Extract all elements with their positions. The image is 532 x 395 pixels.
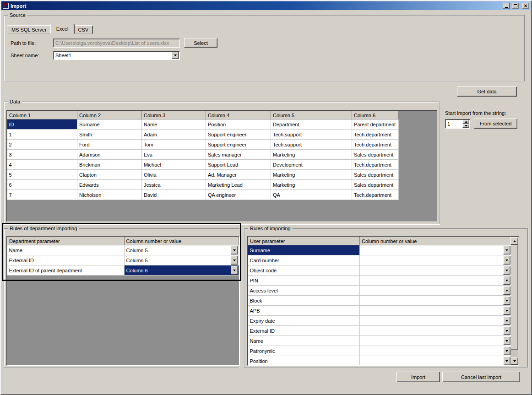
table-cell[interactable]: Development <box>271 160 352 170</box>
chevron-down-icon[interactable] <box>231 256 238 265</box>
spinner-down-button[interactable] <box>462 124 469 128</box>
table-cell[interactable]: Ad. Manager <box>206 170 271 180</box>
vertical-scrollbar[interactable] <box>510 237 518 365</box>
column-value-dropdown[interactable] <box>360 346 511 356</box>
table-cell[interactable]: Tech.support <box>271 140 352 150</box>
table-cell[interactable]: Tech.department <box>352 140 399 150</box>
table-cell[interactable]: Edwards <box>77 180 142 190</box>
chevron-down-icon[interactable] <box>503 256 510 265</box>
parameter-cell[interactable]: Access level <box>248 286 360 296</box>
table-cell[interactable]: Michael <box>142 160 206 170</box>
chevron-down-icon[interactable] <box>503 266 510 275</box>
parameter-cell[interactable]: Name <box>248 336 360 346</box>
scrollbar-thumb[interactable] <box>510 245 518 350</box>
column-value-dropdown[interactable] <box>360 276 511 285</box>
chevron-down-icon[interactable] <box>503 316 510 325</box>
table-cell[interactable]: Marketing <box>271 170 352 180</box>
column-value-dropdown[interactable]: Column 5 <box>125 245 239 255</box>
parameter-cell[interactable]: Surname <box>248 245 360 255</box>
chevron-down-icon[interactable] <box>503 286 510 295</box>
start-row-spinner[interactable] <box>445 119 470 129</box>
chevron-down-icon[interactable] <box>503 276 510 285</box>
chevron-down-icon[interactable] <box>503 296 510 305</box>
column-value-dropdown[interactable] <box>360 336 511 346</box>
table-cell[interactable]: Sales department <box>352 170 399 180</box>
column-header[interactable]: Column 2 <box>77 111 142 119</box>
table-cell[interactable]: Ford <box>77 140 142 150</box>
table-cell[interactable]: Brickman <box>77 160 142 170</box>
table-cell[interactable]: Nicholson <box>77 190 142 200</box>
table-cell[interactable]: 3 <box>7 150 77 160</box>
column-value-dropdown[interactable] <box>360 255 511 265</box>
table-cell[interactable]: Parent department <box>352 119 399 130</box>
table-cell[interactable]: Tech.department <box>352 160 399 170</box>
table-cell[interactable]: Marketing <box>271 150 352 160</box>
select-button[interactable]: Select <box>184 38 217 48</box>
parameter-cell[interactable]: Block <box>248 296 360 306</box>
table-cell[interactable]: Support Lead <box>206 160 271 170</box>
chevron-down-icon[interactable] <box>503 246 510 254</box>
column-value-dropdown[interactable] <box>360 286 511 295</box>
minimize-button[interactable] <box>503 3 510 9</box>
sheet-name-combobox[interactable]: Sheet1 <box>53 51 180 60</box>
column-header[interactable]: Column 1 <box>7 111 77 119</box>
maximize-button[interactable] <box>512 3 519 9</box>
parameter-cell[interactable]: APB <box>248 306 360 316</box>
table-cell[interactable]: Olivia <box>142 170 206 180</box>
table-cell[interactable]: Sales department <box>352 150 399 160</box>
chevron-down-icon[interactable] <box>231 266 238 275</box>
table-cell[interactable]: QA engineer <box>206 190 271 200</box>
column-value-dropdown[interactable] <box>360 296 511 305</box>
table-cell[interactable]: Support engineer <box>206 140 271 150</box>
tab-ms-sql-server[interactable]: MS SQL Server <box>7 25 51 34</box>
from-selected-button[interactable]: From selected <box>474 119 517 129</box>
table-cell[interactable]: 2 <box>7 140 77 150</box>
table-cell[interactable]: Clapton <box>77 170 142 180</box>
cancel-last-import-button[interactable]: Cancel last import <box>442 372 520 382</box>
column-value-dropdown[interactable]: Column 6 <box>125 265 239 275</box>
parameter-cell[interactable]: Object code <box>248 265 360 276</box>
table-cell[interactable]: Tech.department <box>352 130 399 140</box>
column-value-dropdown[interactable] <box>360 306 511 315</box>
chevron-down-icon[interactable] <box>503 326 510 335</box>
table-cell[interactable]: David <box>142 190 206 200</box>
table-cell[interactable]: Marketing Lead <box>206 180 271 190</box>
get-data-button[interactable]: Get data <box>457 87 517 97</box>
table-cell[interactable]: Jessica <box>142 180 206 190</box>
column-header[interactable]: Column 5 <box>271 111 352 119</box>
import-button[interactable]: Import <box>396 372 440 382</box>
table-cell[interactable]: Smith <box>77 130 142 140</box>
table-cell[interactable]: 5 <box>7 170 77 180</box>
scrollbar-up-button[interactable] <box>510 237 518 245</box>
chevron-down-icon[interactable] <box>503 357 510 365</box>
column-value-dropdown[interactable] <box>360 245 511 255</box>
column-value-dropdown[interactable] <box>360 356 511 366</box>
table-cell[interactable]: Adam <box>142 130 206 140</box>
table-cell[interactable]: ID <box>7 119 77 130</box>
table-cell[interactable]: Sales department <box>352 180 399 190</box>
table-cell[interactable]: Eva <box>142 150 206 160</box>
tab-excel[interactable]: Excel <box>50 24 75 34</box>
table-cell[interactable]: 1 <box>7 130 77 140</box>
column-header[interactable]: Column 6 <box>352 111 399 119</box>
tab-csv[interactable]: CSV <box>74 25 93 34</box>
start-row-input[interactable] <box>445 119 462 128</box>
parameter-cell[interactable]: Card number <box>248 255 360 265</box>
table-cell[interactable]: Sales manager <box>206 150 271 160</box>
parameter-cell[interactable]: External ID <box>7 255 125 265</box>
table-cell[interactable]: Surname <box>77 119 142 130</box>
close-button[interactable]: × <box>522 3 529 9</box>
parameter-cell[interactable]: External ID of parent department <box>7 265 125 276</box>
parameter-cell[interactable]: Position <box>248 356 360 366</box>
parameter-cell[interactable]: Patronymic <box>248 346 360 356</box>
parameter-cell[interactable]: Name <box>7 245 125 255</box>
table-cell[interactable]: Tech.support <box>271 130 352 140</box>
table-cell[interactable]: QA <box>271 190 352 200</box>
spinner-up-button[interactable] <box>462 120 469 124</box>
column-value-dropdown[interactable] <box>360 316 511 325</box>
table-cell[interactable]: Department <box>271 119 352 130</box>
chevron-down-icon[interactable] <box>503 306 510 315</box>
table-cell[interactable]: Tech.department <box>352 190 399 200</box>
table-cell[interactable]: Name <box>142 119 206 130</box>
table-cell[interactable]: Support engineer <box>206 130 271 140</box>
